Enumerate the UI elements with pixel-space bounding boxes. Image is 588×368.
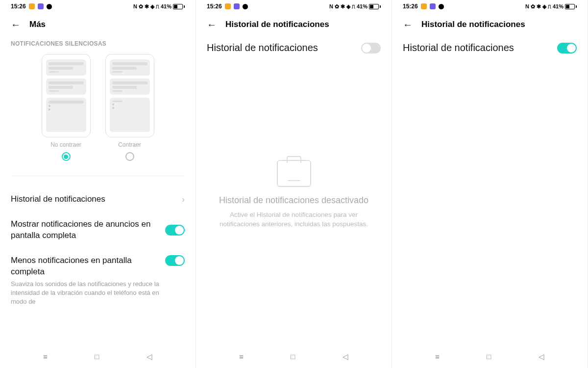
battery-pct: 41% <box>161 3 172 9</box>
nfc-icon: N <box>133 3 137 9</box>
preview-phone-icon <box>105 54 154 137</box>
chevron-right-icon: › <box>182 194 185 205</box>
page-title: Historial de notificaciones <box>225 20 329 29</box>
header: ← Más <box>11 11 185 35</box>
wifi-icon: ◈ <box>150 3 154 10</box>
nfc-icon: N <box>329 3 333 9</box>
option-label: Contraer <box>118 141 141 148</box>
row-label: Mostrar notificaciones de anuncios en pa… <box>11 219 165 241</box>
empty-subtitle: Active el Historial de notificaciones pa… <box>217 210 371 229</box>
preview-phone-icon <box>42 54 91 137</box>
dnd-icon: ✿ <box>139 3 143 10</box>
status-app-icon <box>225 3 231 9</box>
row-label: Historial de notificaciones <box>11 194 182 205</box>
back-button[interactable]: ← <box>11 20 21 29</box>
header: ← Historial de notificaciones <box>403 11 577 35</box>
status-time: 15:26 <box>207 3 222 10</box>
nav-back-button[interactable]: ◁ <box>147 352 152 361</box>
toggle-switch[interactable] <box>165 225 185 236</box>
battery-pct: 41% <box>553 3 564 9</box>
nav-recent-button[interactable]: ≡ <box>435 352 440 361</box>
nfc-icon: N <box>525 3 529 9</box>
battery-icon <box>565 4 577 9</box>
android-navbar: ≡ □ ◁ <box>392 348 588 365</box>
page-title: Historial de notificaciones <box>421 20 525 29</box>
header: ← Historial de notificaciones <box>207 11 381 35</box>
divider <box>11 176 185 176</box>
status-app-icon <box>430 3 436 9</box>
radio-selected-icon[interactable] <box>62 152 71 161</box>
status-time: 15:26 <box>11 3 26 10</box>
screen-history-on: 15:26 N ✿ ✱ ◈ ⎍ 41% ← Historial de notif… <box>392 0 588 368</box>
bluetooth-icon: ✱ <box>537 3 541 10</box>
toggle-switch[interactable] <box>557 43 577 53</box>
nav-home-button[interactable]: □ <box>291 352 295 361</box>
radio-unselected-icon[interactable] <box>125 152 134 161</box>
row-less-fullscreen-notifications[interactable]: Menos notificaciones en pantalla complet… <box>11 248 185 313</box>
status-app-icon <box>29 3 35 9</box>
page-title: Más <box>29 20 46 29</box>
nav-back-button[interactable]: ◁ <box>343 352 348 361</box>
inbox-empty-icon <box>277 160 311 187</box>
android-navbar: ≡ □ ◁ <box>196 348 392 365</box>
screen-history-off: 15:26 N ✿ ✱ ◈ ⎍ 41% ← Historial de notif… <box>196 0 392 368</box>
wifi-icon: ◈ <box>346 3 350 10</box>
nav-home-button[interactable]: □ <box>95 352 99 361</box>
row-notification-history[interactable]: Historial de notificaciones › <box>11 187 185 212</box>
dnd-icon: ✿ <box>531 3 535 10</box>
section-silent-notifications: NOTIFICACIONES SILENCIOSAS <box>11 40 185 47</box>
option-label: No contraer <box>50 141 81 148</box>
collapse-option-group: No contraer Contraer <box>11 54 185 161</box>
battery-icon <box>173 4 185 9</box>
back-button[interactable]: ← <box>403 20 413 29</box>
row-history-toggle[interactable]: Historial de notificaciones <box>403 35 577 60</box>
battery-pct: 41% <box>357 3 368 9</box>
signal-icon: ⎍ <box>156 3 159 9</box>
row-fullscreen-ad-notifications[interactable]: Mostrar notificaciones de anuncios en pa… <box>11 212 185 248</box>
dnd-icon: ✿ <box>335 3 339 10</box>
signal-icon: ⎍ <box>548 3 551 9</box>
status-app-icon <box>439 4 444 9</box>
status-bar: 15:26 N ✿ ✱ ◈ ⎍ 41% <box>11 0 185 11</box>
status-app-icon <box>38 3 44 9</box>
nav-home-button[interactable]: □ <box>487 352 491 361</box>
status-bar: 15:26 N ✿ ✱ ◈ ⎍ 41% <box>207 0 381 11</box>
empty-state: Historial de notificaciones desactivado … <box>207 41 381 348</box>
nav-back-button[interactable]: ◁ <box>539 352 544 361</box>
option-no-collapse[interactable]: No contraer <box>42 54 91 161</box>
empty-content-area <box>403 60 577 368</box>
toggle-label: Historial de notificaciones <box>403 42 514 53</box>
empty-title: Historial de notificaciones desactivado <box>219 195 368 206</box>
back-button[interactable]: ← <box>207 20 217 29</box>
status-app-icon <box>243 4 248 9</box>
status-bar: 15:26 N ✿ ✱ ◈ ⎍ 41% <box>403 0 577 11</box>
status-app-icon <box>47 4 52 9</box>
toggle-switch[interactable] <box>165 255 185 266</box>
battery-icon <box>369 4 381 9</box>
wifi-icon: ◈ <box>542 3 546 10</box>
status-app-icon <box>234 3 240 9</box>
option-collapse[interactable]: Contraer <box>105 54 154 161</box>
status-time: 15:26 <box>403 3 418 10</box>
nav-recent-button[interactable]: ≡ <box>43 352 48 361</box>
nav-recent-button[interactable]: ≡ <box>239 352 244 361</box>
screen-more-settings: 15:26 N ✿ ✱ ◈ ⎍ 41% ← Más NOTIFICACIONES… <box>0 0 196 368</box>
android-navbar: ≡ □ ◁ <box>0 348 196 365</box>
bluetooth-icon: ✱ <box>145 3 149 10</box>
bluetooth-icon: ✱ <box>341 3 345 10</box>
status-app-icon <box>421 3 427 9</box>
signal-icon: ⎍ <box>352 3 355 9</box>
row-subtitle: Suaviza los sonidos de las notificacione… <box>11 280 160 307</box>
row-label: Menos notificaciones en pantalla complet… <box>11 255 160 278</box>
